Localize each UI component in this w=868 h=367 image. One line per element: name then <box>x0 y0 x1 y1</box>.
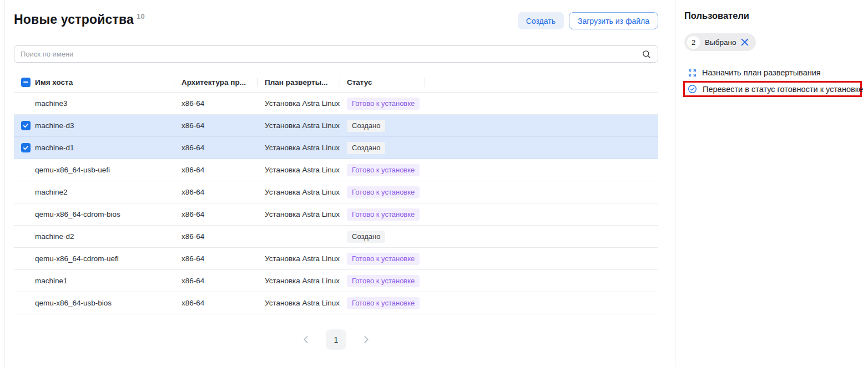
row-checkbox[interactable] <box>21 143 31 152</box>
page-title: Новые устройства10 <box>14 12 145 27</box>
table-row[interactable]: qemu-x86_64-cdrom-uefix86-64Установка As… <box>14 248 658 270</box>
deployment-plan-cell: Установка Astra Linux x86-64 <box>257 166 340 174</box>
deployment-plan-cell: Установка Astra Linux x86-64 <box>257 299 340 307</box>
status-cell: Создано <box>340 231 425 243</box>
architecture-cell: x86-64 <box>174 144 257 152</box>
architecture-cell: x86-64 <box>174 121 257 130</box>
column-header-plan: План разверты... <box>257 78 340 87</box>
select-all-checkbox[interactable] <box>21 78 31 87</box>
status-badge: Готово к установке <box>347 208 420 221</box>
status-badge: Готово к установке <box>347 98 420 110</box>
table-header-row: Имя хоста Архитектура пр... План разверт… <box>14 72 658 93</box>
status-badge: Готово к установке <box>347 186 420 198</box>
architecture-cell: x86-64 <box>174 299 257 307</box>
action-label: Перевести в статус готовности к установк… <box>703 85 863 94</box>
table-row[interactable]: machine-d2x86-64Создано <box>14 226 658 248</box>
table-row[interactable]: qemu-x86_64-cdrom-biosx86-64Установка As… <box>14 203 658 226</box>
architecture-cell: x86-64 <box>174 232 257 241</box>
deployment-plan-cell: Установка Astra Linux x86-64 <box>257 99 340 108</box>
deployment-plan-cell: Установка Astra Linux x86-64 <box>257 210 340 218</box>
architecture-cell: x86-64 <box>174 188 257 196</box>
status-badge: Готово к установке <box>347 164 420 176</box>
selection-pill[interactable]: 2 Выбрано <box>684 33 756 51</box>
column-header-status: Статус <box>340 78 425 87</box>
architecture-cell: x86-64 <box>174 254 257 263</box>
set-ready-status-action[interactable]: Перевести в статус готовности к установк… <box>683 81 862 97</box>
hostname-cell: machine1 <box>35 277 174 285</box>
status-cell: Готово к установке <box>340 98 425 110</box>
table-row[interactable]: machine1x86-64Установка Astra Linux x86-… <box>14 270 658 292</box>
devices-page: Новые устройства10 Создать Загрузить из … <box>14 0 658 350</box>
search-icon <box>642 49 651 59</box>
device-count-badge: 10 <box>137 12 145 21</box>
selection-count: 2 <box>687 36 700 49</box>
status-cell: Создано <box>340 120 425 132</box>
pagination: 1 <box>14 329 658 350</box>
previous-page-button[interactable] <box>299 333 313 346</box>
page-left-border <box>4 0 5 367</box>
hostname-cell: qemu-x86_64-cdrom-bios <box>35 210 174 218</box>
hostname-cell: qemu-x86_64-cdrom-uefi <box>35 254 174 263</box>
hostname-cell: machine-d1 <box>35 144 174 152</box>
page-title-text: Новые устройства <box>14 12 134 27</box>
row-checkbox[interactable] <box>21 121 31 130</box>
search-box <box>14 45 658 63</box>
hostname-cell: qemu-x86_64-usb-bios <box>35 299 174 307</box>
hostname-cell: machine2 <box>35 188 174 196</box>
status-badge: Создано <box>347 231 385 243</box>
status-cell: Готово к установке <box>340 186 425 198</box>
status-badge: Готово к установке <box>347 297 420 309</box>
status-cell: Готово к установке <box>340 275 425 287</box>
hostname-cell: machine3 <box>35 99 174 108</box>
panel-divider <box>675 0 675 367</box>
deployment-plan-cell: Установка Astra Linux x86-64 <box>257 121 340 130</box>
status-badge: Готово к установке <box>347 253 420 265</box>
upload-from-file-button[interactable]: Загрузить из файла <box>569 12 658 29</box>
deployment-plan-cell: Установка Astra Linux x86-64 <box>257 188 340 196</box>
status-badge: Создано <box>347 120 385 132</box>
column-header-hostname: Имя хоста <box>35 78 174 87</box>
hostname-cell: machine-d2 <box>35 232 174 241</box>
current-page-button[interactable]: 1 <box>326 329 346 350</box>
status-cell: Готово к установке <box>340 164 425 176</box>
next-page-button[interactable] <box>359 333 373 346</box>
table-row[interactable]: machine-d1x86-64Установка Astra Linux x8… <box>14 137 658 159</box>
deployment-plan-cell: Установка Astra Linux x86-64 <box>257 144 340 152</box>
table-row[interactable]: machine3x86-64Установка Astra Linux x86-… <box>14 93 658 115</box>
status-cell: Готово к установке <box>340 297 425 309</box>
architecture-cell: x86-64 <box>174 99 257 108</box>
column-header-empty <box>425 78 658 87</box>
devices-table: Имя хоста Архитектура пр... План разверт… <box>14 72 658 314</box>
check-circle-icon <box>688 84 697 94</box>
action-label: Назначить план развертывания <box>702 68 821 77</box>
status-badge: Создано <box>347 142 385 154</box>
search-input[interactable] <box>14 45 658 63</box>
assign-deployment-plan-action[interactable]: Назначить план развертывания <box>684 67 863 78</box>
status-cell: Готово к установке <box>340 208 425 221</box>
table-body: machine3x86-64Установка Astra Linux x86-… <box>14 93 658 314</box>
deployment-plan-cell: Установка Astra Linux x86-64 <box>257 277 340 285</box>
clear-selection-icon[interactable] <box>741 38 749 46</box>
table-row[interactable]: machine2x86-64Установка Astra Linux x86-… <box>14 181 658 203</box>
table-row[interactable]: machine-d3x86-64Установка Astra Linux x8… <box>14 115 658 137</box>
users-panel: Пользователи 2 Выбрано Назначить план ра… <box>684 0 863 97</box>
table-row[interactable]: qemu-x86_64-usb-uefix86-64Установка Astr… <box>14 159 658 181</box>
deployment-plan-cell: Установка Astra Linux x86-64 <box>257 254 340 263</box>
column-header-architecture: Архитектура пр... <box>174 78 257 87</box>
toolbar: Создать Загрузить из файла <box>518 12 658 29</box>
status-badge: Готово к установке <box>347 275 420 287</box>
architecture-cell: x86-64 <box>174 277 257 285</box>
actions-list: Назначить план развертывания Перевести в… <box>684 67 863 97</box>
panel-title: Пользователи <box>684 11 863 21</box>
create-button[interactable]: Создать <box>518 12 564 29</box>
status-cell: Создано <box>340 142 425 154</box>
hostname-cell: qemu-x86_64-usb-uefi <box>35 166 174 174</box>
expand-arrows-icon <box>688 69 697 77</box>
hostname-cell: machine-d3 <box>35 121 174 130</box>
architecture-cell: x86-64 <box>174 166 257 174</box>
page-header: Новые устройства10 Создать Загрузить из … <box>14 12 658 29</box>
architecture-cell: x86-64 <box>174 210 257 218</box>
table-row[interactable]: qemu-x86_64-usb-biosx86-64Установка Astr… <box>14 292 658 314</box>
selection-label: Выбрано <box>705 38 736 47</box>
status-cell: Готово к установке <box>340 253 425 265</box>
